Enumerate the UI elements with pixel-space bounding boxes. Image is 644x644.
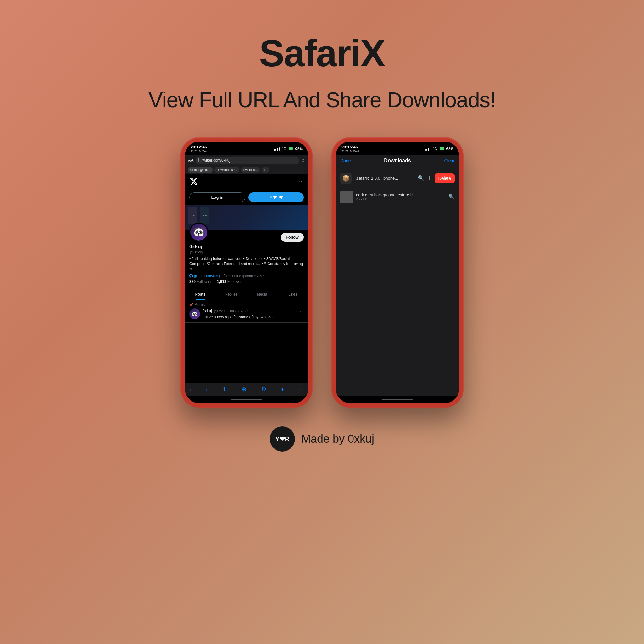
download-actions-0: 🔍 ⬆ Delete [418, 173, 455, 183]
profile-handle: @0xkuj [189, 250, 304, 254]
add-icon[interactable]: + [281, 386, 285, 393]
profile-meta: github.com/0xkuj Joined September 2013 [189, 274, 304, 278]
tweet-avatar-emoji: 🐼 [192, 311, 198, 317]
download-name-0: j.safarix_1.0.0_iphone... [355, 176, 415, 180]
safari-url-bar[interactable]: twitter.com/0xkuj [196, 157, 299, 164]
tweet-meta: 0xkuj @0xkuj · Jul 28, 2023 ··· [203, 308, 304, 314]
download-thumb-1 [340, 191, 353, 203]
banner-phone-time-1: 10:48 [190, 214, 195, 216]
profile-stats: 389 Following 1,618 Followers [189, 280, 304, 284]
app-title: SafariX [259, 31, 385, 75]
refresh-icon[interactable]: ↺ [301, 158, 305, 163]
footer: Y❤R Made by 0xkuj [270, 426, 374, 452]
safari-tab-1[interactable]: Download iO... [214, 167, 240, 173]
share-download-icon[interactable]: ⬆ [427, 175, 431, 181]
profile-avatar-area: 🐼 Follow [189, 223, 304, 241]
downloads-content: 📦 j.safarix_1.0.0_iphone... 🔍 ⬆ Delete [336, 167, 459, 396]
status-bar-1: 23:12:46 21/02/24 Wed 4G [185, 142, 308, 155]
tab-label-0: 0xkuj (@0xk... [190, 168, 210, 172]
safari-aa[interactable]: AA [188, 158, 193, 163]
twitter-more-icon[interactable]: ··· [299, 178, 304, 185]
safari-tabs-bar: 0xkuj (@0xk... Download iO... ownload...… [185, 166, 308, 174]
github-url: github.com/0xkuj [194, 274, 220, 278]
following-count: 389 [189, 280, 196, 284]
phone-1: 23:12:46 21/02/24 Wed 4G [180, 137, 313, 408]
followers-stat[interactable]: 1,618 Followers [217, 280, 243, 284]
tweet-row: 🐼 0xkuj @0xkuj · Jul 28, 2023 ··· I have… [189, 308, 304, 320]
phone-2: 23:15:46 21/02/24 Wed 4G [331, 137, 464, 408]
downloads-title: Downloads [384, 158, 411, 164]
file-emoji-0: 📦 [342, 175, 350, 182]
home-bar-1 [231, 399, 262, 400]
tweet-text: I have a new repo for some of my tweaks … [203, 314, 304, 320]
more-icon[interactable]: ··· [298, 386, 304, 393]
safari-tab-3[interactable]: le [262, 167, 269, 173]
share-icon[interactable]: ⬆ [222, 386, 227, 393]
safari-tab-0[interactable]: 0xkuj (@0xk... [188, 167, 213, 173]
footer-credit: Made by 0xkuj [301, 432, 374, 446]
tab-label-2: ownload... [243, 168, 258, 172]
tab-replies[interactable]: Replies [216, 289, 247, 300]
profile-name: 0xkuj [189, 244, 304, 250]
app-subtitle: View Full URL And Share Downloads! [148, 87, 496, 112]
home-indicator-2 [336, 396, 459, 403]
delete-button[interactable]: Delete [435, 173, 455, 183]
download-item-0[interactable]: 📦 j.safarix_1.0.0_iphone... 🔍 ⬆ Delete [336, 169, 459, 187]
battery-pct-1: 75% [296, 147, 303, 151]
signal-icon-2 [425, 147, 430, 151]
follow-button[interactable]: Follow [281, 233, 304, 241]
profile-github-link[interactable]: github.com/0xkuj [189, 274, 220, 278]
followers-count: 1,618 [217, 280, 226, 284]
twitter-content: ··· Log in Sign up 10:48 14:34 [185, 174, 308, 383]
banner-phone-2: 14:34 [200, 207, 209, 224]
home-bar-2 [382, 399, 413, 400]
network-1: 4G [281, 147, 286, 151]
tab-label-3: le [264, 168, 267, 172]
downloads-list: 📦 j.safarix_1.0.0_iphone... 🔍 ⬆ Delete [336, 167, 459, 396]
download-name-1: dark grey background texture H... [356, 192, 445, 197]
home-indicator-1 [185, 396, 308, 403]
status-time-1: 23:12:46 [191, 145, 208, 150]
avatar-emoji: 🐼 [193, 227, 204, 237]
profile-section: 🐼 Follow 0xkuj @0xkuj • Jailbreaking bef… [185, 230, 308, 289]
search-download-icon-1[interactable]: 🔍 [448, 194, 455, 200]
battery-1: 75% [288, 147, 303, 151]
download-item-1[interactable]: dark grey background texture H... 266 KB… [336, 187, 459, 206]
twitter-header: ··· [185, 174, 308, 189]
search-download-icon[interactable]: 🔍 [418, 175, 424, 181]
safari-tab-2[interactable]: ownload... [241, 167, 260, 173]
back-icon[interactable]: ‹ [189, 386, 192, 393]
download-file-icon-0: 📦 [340, 173, 352, 184]
tab-posts[interactable]: Posts [185, 289, 216, 300]
x-logo-icon [189, 177, 198, 186]
following-stat[interactable]: 389 Following [189, 280, 213, 284]
pinned-section: 📌 Pinned 🐼 0xkuj @0xkuj · Jul 28, 2023 [185, 300, 308, 323]
tab-likes[interactable]: Likes [277, 289, 308, 300]
login-button[interactable]: Log in [189, 192, 245, 202]
banner-phones: 10:48 14:34 [188, 207, 209, 224]
downloads-nav: Done Downloads Clear [336, 155, 459, 167]
clear-button[interactable]: Clear [444, 158, 455, 163]
profile-avatar: 🐼 [189, 223, 208, 241]
tweet-author: 0xkuj [203, 309, 212, 313]
pinned-label: 📌 Pinned [189, 303, 304, 307]
phones-container: 23:12:46 21/02/24 Wed 4G [180, 137, 464, 408]
tab-media[interactable]: Media [247, 289, 277, 300]
safari-bottom-bar: ‹ › ⬆ ⊕ ⚙ + ··· [185, 383, 308, 396]
forward-icon[interactable]: › [206, 386, 208, 393]
done-button[interactable]: Done [340, 158, 351, 163]
search-bottom-icon[interactable]: ⊕ [241, 386, 247, 393]
following-label: Following [197, 280, 213, 284]
settings-icon[interactable]: ⚙ [261, 386, 267, 393]
footer-logo-text: Y❤R [275, 435, 290, 443]
download-info-1: dark grey background texture H... 266 KB [356, 192, 445, 201]
signal-icon-1 [274, 147, 280, 151]
tweet-more-button[interactable]: ··· [300, 308, 304, 314]
battery-pct-2: 78% [447, 147, 453, 151]
safari-toolbar-1: AA twitter.com/0xkuj ↺ [185, 155, 308, 166]
tab-label-1: Download iO... [217, 168, 237, 172]
status-time-2: 23:15:46 [341, 145, 359, 150]
lock-icon [198, 159, 201, 162]
signup-button[interactable]: Sign up [248, 192, 304, 202]
tweet-avatar: 🐼 [189, 308, 200, 319]
